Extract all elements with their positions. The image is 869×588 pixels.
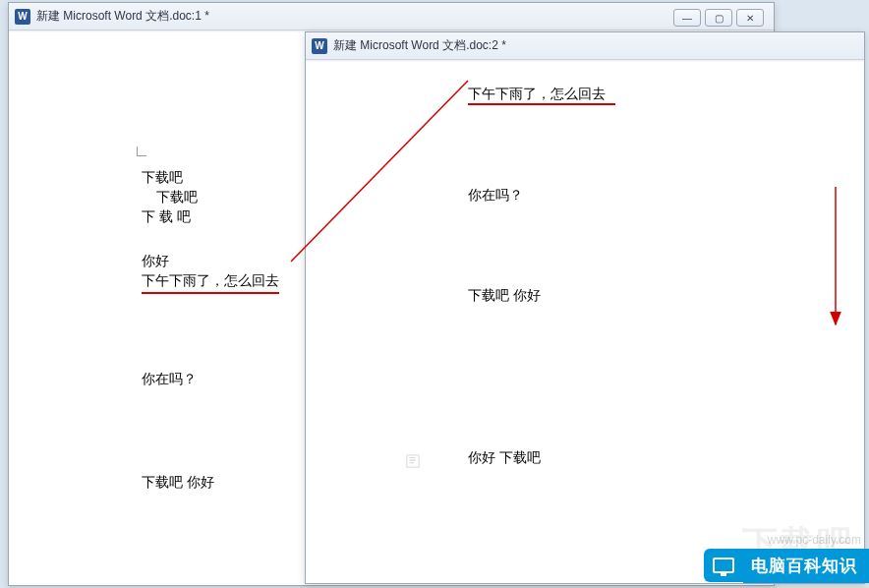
minimize-button[interactable]: — bbox=[673, 9, 701, 27]
monitor-icon bbox=[704, 549, 743, 582]
doc1-line-4: 你好 bbox=[142, 252, 169, 271]
titlebar-2[interactable]: W 新建 Microsoft Word 文档.doc:2 * bbox=[306, 32, 864, 60]
word-app-icon: W bbox=[312, 38, 327, 54]
doc2-line-2: 你在吗？ bbox=[468, 186, 523, 206]
paragraph-mark-icon bbox=[406, 451, 420, 469]
titlebar-1[interactable]: W 新建 Microsoft Word 文档.doc:1 * bbox=[9, 3, 774, 30]
doc1-line-3: 下 载 吧 bbox=[142, 207, 191, 227]
svg-rect-0 bbox=[407, 455, 419, 467]
text-cursor bbox=[137, 147, 146, 156]
doc2-line-3: 下载吧 你好 bbox=[468, 286, 541, 306]
window-controls: — ▢ ✕ bbox=[673, 9, 764, 27]
doc1-line-5: 下午下雨了，怎么回去 bbox=[142, 271, 279, 294]
badge-text: 电脑百科知识 bbox=[743, 549, 869, 583]
window-title-2: 新建 Microsoft Word 文档.doc:2 * bbox=[333, 37, 858, 54]
doc1-line-2: 下载吧 bbox=[156, 188, 198, 207]
close-button[interactable]: ✕ bbox=[736, 9, 764, 27]
site-badge: 电脑百科知识 bbox=[704, 549, 869, 582]
doc1-line-1: 下载吧 bbox=[142, 168, 183, 188]
doc2-line-1: 下午下雨了，怎么回去 bbox=[468, 85, 606, 104]
word-window-2: W 新建 Microsoft Word 文档.doc:2 * 下午下雨了，怎么回… bbox=[305, 31, 865, 584]
badge-url: www.pc-daily.com bbox=[768, 533, 861, 547]
window-title-1: 新建 Microsoft Word 文档.doc:1 * bbox=[36, 8, 768, 25]
maximize-button[interactable]: ▢ bbox=[705, 9, 732, 27]
document-body-2[interactable]: 下午下雨了，怎么回去 你在吗？ 下载吧 你好 你好 下载吧 下载吧 bbox=[306, 60, 864, 583]
doc2-line-4: 你好 下载吧 bbox=[468, 448, 541, 468]
underline-annotation bbox=[468, 103, 615, 105]
word-app-icon: W bbox=[15, 9, 30, 25]
doc1-line-6: 你在吗？ bbox=[142, 370, 197, 389]
doc1-line-7: 下载吧 你好 bbox=[142, 473, 214, 493]
